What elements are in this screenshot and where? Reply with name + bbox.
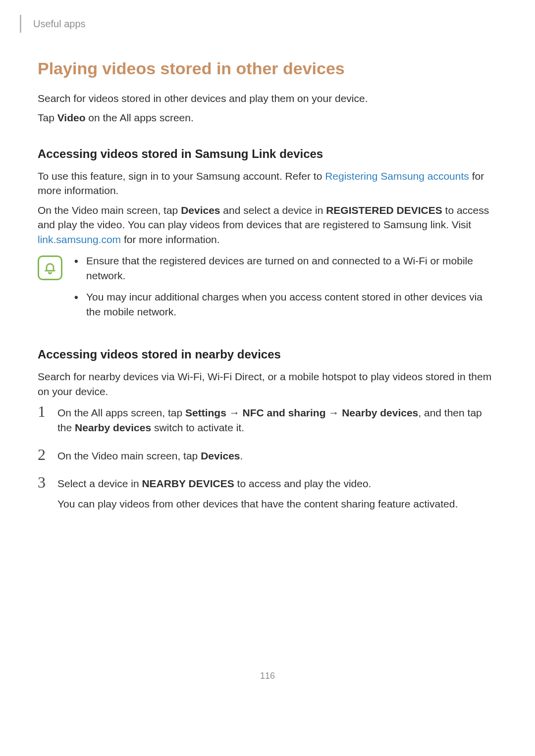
- strong-nearby-devices-caps: NEARBY DEVICES: [142, 478, 234, 489]
- strong-nfc-sharing: NFC and sharing: [243, 407, 326, 418]
- st1-post: switch to activate it.: [151, 422, 244, 433]
- page-number: 116: [38, 670, 497, 682]
- strong-devices: Devices: [201, 450, 240, 461]
- step-text: Select a device in NEARBY DEVICES to acc…: [57, 474, 458, 511]
- step-number: 2: [38, 447, 57, 463]
- step-number: 1: [38, 403, 57, 420]
- s1p2-end: for more information.: [121, 234, 220, 245]
- link-samsung-com[interactable]: link.samsung.com: [38, 234, 121, 245]
- section-1-p1: To use this feature, sign in to your Sam…: [38, 169, 497, 198]
- step-item: 3 Select a device in NEARBY DEVICES to a…: [38, 474, 497, 511]
- s1p2-pre: On the Video main screen, tap: [38, 204, 181, 216]
- intro-2-post: on the All apps screen.: [86, 112, 194, 123]
- page-title: Playing videos stored in other devices: [38, 57, 497, 80]
- breadcrumb: Useful apps: [33, 17, 86, 31]
- strong-settings: Settings: [185, 407, 226, 418]
- step-list: 1 On the All apps screen, tap Settings →…: [38, 403, 497, 511]
- step-text: On the Video main screen, tap Devices.: [57, 447, 243, 463]
- content-body: Playing videos stored in other devices S…: [0, 57, 535, 682]
- step-item: 1 On the All apps screen, tap Settings →…: [38, 403, 497, 436]
- note-item: You may incur additional charges when yo…: [73, 290, 497, 320]
- page-header: Useful apps: [0, 15, 535, 33]
- arrow-icon: →: [226, 407, 243, 418]
- st2-post: .: [240, 450, 243, 461]
- intro-line-1: Search for videos stored in other device…: [38, 91, 497, 105]
- link-registering-accounts[interactable]: Registering Samsung accounts: [325, 170, 469, 182]
- section-1-heading: Accessing videos stored in Samsung Link …: [38, 146, 497, 162]
- s1p2-mid: and select a device in: [220, 204, 326, 216]
- step-item: 2 On the Video main screen, tap Devices.: [38, 447, 497, 463]
- strong-registered-devices: REGISTERED DEVICES: [326, 204, 442, 216]
- s1p1-pre: To use this feature, sign in to your Sam…: [38, 170, 325, 182]
- note-icon: [38, 255, 62, 280]
- bell-icon: [43, 261, 57, 275]
- st3-sub: You can play videos from other devices t…: [57, 497, 458, 511]
- arrow-icon: →: [326, 407, 342, 418]
- note-block: Ensure that the registered devices are t…: [38, 253, 497, 326]
- st3-post: to access and play the video.: [234, 478, 372, 489]
- strong-nearby-devices: Nearby devices: [342, 407, 418, 418]
- header-mark: [20, 15, 21, 33]
- note-list: Ensure that the registered devices are t…: [73, 253, 497, 326]
- note-item: Ensure that the registered devices are t…: [73, 253, 497, 284]
- intro-2-bold: Video: [57, 112, 86, 123]
- intro-line-2: Tap Video on the All apps screen.: [38, 110, 497, 125]
- section-1-p2: On the Video main screen, tap Devices an…: [38, 203, 497, 247]
- section-2-intro: Search for nearby devices via Wi-Fi, Wi-…: [38, 369, 497, 399]
- section-2-heading: Accessing videos stored in nearby device…: [38, 347, 497, 362]
- st2-pre: On the Video main screen, tap: [57, 450, 201, 461]
- strong-devices: Devices: [181, 204, 220, 216]
- st3-pre: Select a device in: [57, 478, 142, 489]
- st1-pre: On the All apps screen, tap: [57, 407, 185, 418]
- intro-2-pre: Tap: [38, 112, 57, 123]
- step-number: 3: [38, 474, 57, 491]
- step-text: On the All apps screen, tap Settings → N…: [57, 403, 497, 436]
- strong-nearby-switch: Nearby devices: [75, 422, 151, 433]
